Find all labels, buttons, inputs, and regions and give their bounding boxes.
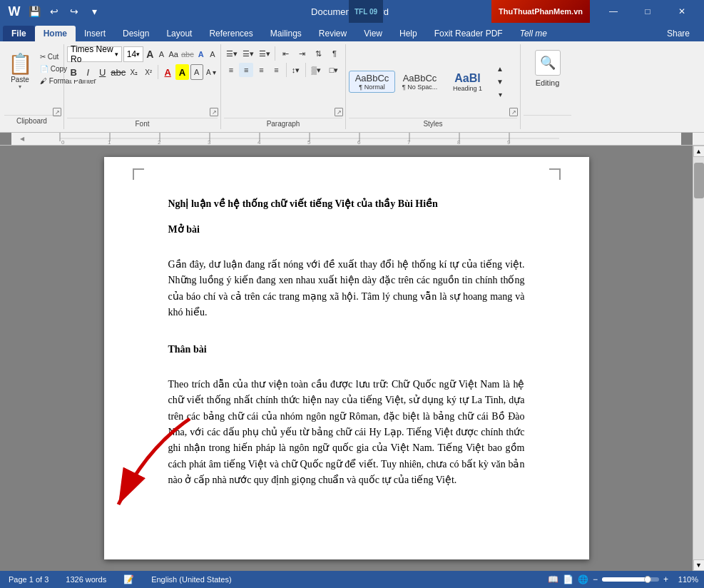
- vertical-scrollbar[interactable]: ▲ ▼: [693, 146, 704, 571]
- svg-text:6: 6: [357, 139, 361, 146]
- document-page[interactable]: Nghị luận về hệ thống chữ viết tiếng Việ…: [104, 157, 589, 559]
- print-layout-button[interactable]: 📄: [563, 574, 573, 584]
- font-shrink-button[interactable]: A: [156, 46, 166, 62]
- svg-text:2: 2: [158, 139, 161, 146]
- shading-button[interactable]: A: [190, 64, 203, 80]
- text-highlight-color-button[interactable]: A: [175, 64, 188, 80]
- scroll-thumb[interactable]: [694, 163, 704, 198]
- styles-scroll-up[interactable]: ▲: [492, 64, 508, 75]
- svg-text:8: 8: [457, 139, 461, 146]
- tab-tell-me[interactable]: Tell me: [511, 26, 556, 41]
- subscript-button[interactable]: X₂: [128, 64, 141, 80]
- tab-foxit[interactable]: Foxit Reader PDF: [426, 26, 511, 41]
- sort-button[interactable]: ⇅: [310, 46, 326, 61]
- save-quick-button[interactable]: 💾: [26, 3, 43, 20]
- font-size-dropdown[interactable]: ▾: [136, 51, 140, 58]
- style-normal[interactable]: AaBbCc ¶ Normal: [349, 71, 395, 93]
- quick-access-more-button[interactable]: ▾: [86, 3, 103, 20]
- window-controls: — □ ✕: [597, 0, 698, 23]
- font-launcher[interactable]: ↗: [210, 108, 218, 116]
- bullets-button[interactable]: ☰▾: [224, 46, 240, 61]
- track-changes-icon[interactable]: 📝: [121, 574, 137, 584]
- tab-layout[interactable]: Layout: [158, 26, 200, 41]
- scroll-up-button[interactable]: ▲: [693, 146, 705, 157]
- underline-button[interactable]: U: [96, 64, 109, 80]
- page-count-display[interactable]: Page 1 of 3: [6, 575, 51, 584]
- zoom-track[interactable]: [602, 577, 659, 582]
- tab-references[interactable]: References: [200, 26, 261, 41]
- read-mode-button[interactable]: 📖: [548, 574, 558, 584]
- zoom-handle[interactable]: [644, 576, 651, 583]
- font-family-dropdown[interactable]: ▾: [115, 51, 118, 58]
- style-h1-label: Heading 1: [453, 85, 482, 92]
- char-spacing-button[interactable]: A ▾: [205, 64, 218, 80]
- numbering-button[interactable]: ☰▾: [240, 46, 256, 61]
- zoom-level-display[interactable]: 110%: [673, 575, 698, 584]
- superscript-button[interactable]: X²: [142, 64, 155, 80]
- paste-button[interactable]: 📋 Paste ▾: [4, 49, 36, 93]
- tab-insert[interactable]: Insert: [76, 26, 114, 41]
- language-display[interactable]: English (United States): [148, 575, 235, 584]
- align-left-button[interactable]: ≡: [224, 63, 238, 77]
- bold-button[interactable]: B: [67, 64, 80, 80]
- tab-home[interactable]: Home: [35, 26, 76, 41]
- close-button[interactable]: ✕: [665, 0, 698, 23]
- align-justify-button[interactable]: ≡: [269, 63, 283, 77]
- multilevel-button[interactable]: ☰▾: [257, 46, 272, 61]
- word-count-display[interactable]: 1326 words: [63, 575, 109, 584]
- show-marks-button[interactable]: ¶: [327, 46, 342, 61]
- zoom-out-button[interactable]: −: [593, 574, 598, 584]
- tab-review[interactable]: Review: [310, 26, 355, 41]
- zoom-in-button[interactable]: +: [663, 574, 668, 584]
- tab-view[interactable]: View: [355, 26, 391, 41]
- line-spacing-button[interactable]: ↕▾: [288, 63, 302, 77]
- increase-indent-button[interactable]: ⇥: [294, 46, 310, 61]
- align-right-button[interactable]: ≡: [254, 63, 268, 77]
- undo-button[interactable]: ↩: [46, 3, 63, 20]
- search-button[interactable]: 🔍: [535, 50, 561, 76]
- align-center-button[interactable]: ≡: [239, 63, 253, 77]
- maximize-button[interactable]: □: [631, 0, 664, 23]
- tab-design[interactable]: Design: [114, 26, 158, 41]
- status-left: Page 1 of 3 1326 words 📝 English (United…: [6, 574, 235, 584]
- styles-scroll-down[interactable]: ▼: [492, 76, 508, 88]
- minimize-button[interactable]: —: [597, 0, 630, 23]
- text-highlight-button[interactable]: A: [208, 46, 218, 62]
- scroll-down-button[interactable]: ▼: [693, 559, 705, 571]
- strikethrough-button[interactable]: abc: [111, 64, 126, 80]
- style-normal-preview: AaBbCc: [355, 73, 389, 83]
- tab-file[interactable]: File: [3, 26, 35, 41]
- italic-button[interactable]: I: [81, 64, 94, 80]
- style-heading1[interactable]: AaBl Heading 1: [444, 70, 491, 94]
- paragraph-launcher[interactable]: ↗: [335, 108, 343, 116]
- style-no-spacing[interactable]: AaBbCc ¶ No Spac...: [397, 71, 443, 93]
- svg-text:4: 4: [257, 139, 261, 146]
- clipboard-launcher[interactable]: ↗: [53, 108, 61, 116]
- svg-text:5: 5: [307, 139, 311, 146]
- section2-heading: Thân bài: [168, 342, 525, 358]
- tab-share[interactable]: Share: [658, 26, 698, 41]
- title-left: W 💾 ↩ ↪ ▾: [6, 3, 103, 20]
- decrease-indent-button[interactable]: ⇤: [277, 46, 293, 61]
- font-color-button[interactable]: A: [161, 64, 174, 80]
- paragraph1: Gần đây, dư luận đang rất nóng với đề xu…: [168, 257, 525, 321]
- font-grow-button[interactable]: A: [145, 46, 155, 62]
- font-case-button[interactable]: Aa: [168, 46, 179, 62]
- clear-format-button[interactable]: abc: [180, 46, 195, 62]
- bracket-top-right: [549, 168, 561, 180]
- scroll-track[interactable]: [693, 157, 705, 559]
- border-button[interactable]: □▾: [325, 63, 342, 77]
- ribbon-tabs: File Home Insert Design Layout Reference…: [0, 23, 704, 41]
- styles-more-button[interactable]: ▾: [492, 89, 508, 101]
- document-title: Nghị luận về hệ thống chữ viết tiếng Việ…: [168, 196, 525, 212]
- text-effects-button[interactable]: A: [196, 46, 206, 62]
- web-layout-button[interactable]: 🌐: [578, 574, 588, 584]
- document-area: Nghị luận về hệ thống chữ viết tiếng Việ…: [0, 146, 704, 571]
- tab-help[interactable]: Help: [391, 26, 426, 41]
- styles-launcher[interactable]: ↗: [509, 108, 518, 116]
- style-normal-label: ¶ Normal: [359, 83, 384, 91]
- shading-color-button[interactable]: ▒▾: [308, 63, 325, 77]
- redo-button[interactable]: ↪: [66, 3, 83, 20]
- paragraph2: Theo trích dẫn của thư viện toàn cầu đượ…: [168, 377, 525, 489]
- tab-mailings[interactable]: Mailings: [262, 26, 310, 41]
